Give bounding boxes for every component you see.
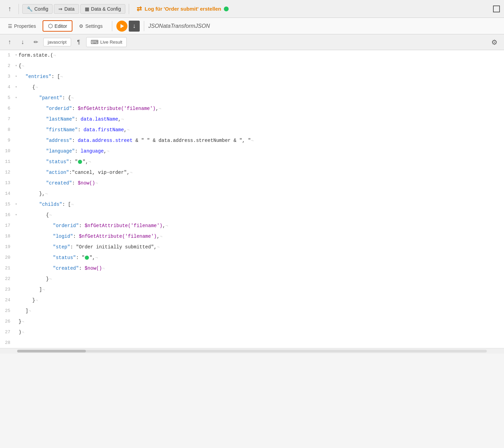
code-line-12: 12"action":"cancel, vip-order",¬ <box>0 167 504 178</box>
line-content-15: "childs": [¬ <box>19 199 504 210</box>
horizontal-scrollbar[interactable] <box>0 348 504 354</box>
code-line-20: 20"status": "",¬ <box>0 253 504 263</box>
code-line-21: 21"created": $now()¬ <box>0 263 504 274</box>
download-arrow-button[interactable]: ↓ <box>129 21 140 32</box>
code-line-13: 13"created": $now()¬ <box>0 178 504 189</box>
line-number-14: 14 <box>0 189 14 199</box>
code-line-14: 14},¬ <box>0 189 504 199</box>
data-config-button[interactable]: ▦ Data & Config <box>80 4 125 14</box>
line-number-15: 15 <box>0 199 14 210</box>
code-line-2: 2▾{¬ <box>0 61 504 71</box>
code-line-3: 3▾"entries": [¬ <box>0 71 504 82</box>
code-line-26: 26}¬ <box>0 316 504 327</box>
code-line-25: 25]¬ <box>0 306 504 316</box>
line-content-5: "parent": {¬ <box>19 93 504 103</box>
code-line-23: 23]¬ <box>0 284 504 295</box>
live-result-label: Live Result <box>100 40 122 45</box>
line-content-24: }¬ <box>19 295 504 306</box>
data-config-label: Data & Config <box>91 6 121 12</box>
data-button[interactable]: ⇒ Data <box>54 4 79 14</box>
line-number-4: 4 <box>0 82 14 92</box>
line-content-4: {¬ <box>19 82 504 93</box>
fold-arrow-15[interactable]: ▾ <box>14 199 19 210</box>
gear-settings-button[interactable]: ⚙ <box>489 37 500 48</box>
line-number-25: 25 <box>0 306 14 316</box>
line-content-23: ]¬ <box>19 284 504 295</box>
properties-button[interactable]: ☰ Properties <box>3 21 41 31</box>
down-arrow-icon: ↓ <box>133 22 136 30</box>
code-line-1: 1▾form.state.(¬ <box>0 50 504 61</box>
properties-label: Properties <box>14 23 36 29</box>
line-number-2: 2 <box>0 61 14 71</box>
live-result-button[interactable]: Live Result <box>86 37 127 47</box>
line-content-12: "action":"cancel, vip-order",¬ <box>19 167 504 178</box>
line-content-8: "firstName": data.firstName,¬ <box>19 125 504 135</box>
settings-label: Settings <box>85 23 103 29</box>
grid-icon: ▦ <box>85 6 89 12</box>
divider-1 <box>19 4 19 14</box>
cube-icon: ⬡ <box>48 23 53 29</box>
code-line-22: 22}¬ <box>0 274 504 284</box>
divider-3 <box>112 21 112 31</box>
erase-button[interactable] <box>30 37 41 48</box>
pilcrow-button[interactable] <box>73 37 84 48</box>
line-content-20: "status": "",¬ <box>19 253 504 263</box>
code-line-17: 17"orderid": $nfGetAttribute('filename')… <box>0 221 504 231</box>
settings-button[interactable]: ⚙ Settings <box>74 21 108 31</box>
fold-arrow-16[interactable]: ▾ <box>14 210 19 220</box>
code-line-18: 18"logid": $nfGetAttribute('filename'),¬ <box>0 231 504 242</box>
editor-button[interactable]: ⬡ Editor <box>43 20 73 32</box>
line-number-24: 24 <box>0 295 14 305</box>
line-content-2: {¬ <box>19 61 504 71</box>
eraser-icon <box>34 38 38 46</box>
line-number-10: 10 <box>0 146 14 156</box>
language-button[interactable]: javascript <box>43 38 71 46</box>
code-line-11: 11"status": "",¬ <box>0 157 504 167</box>
language-label: javascript <box>48 40 67 45</box>
scrollbar-track <box>17 350 487 352</box>
code-editor[interactable]: 1▾form.state.(¬2▾{¬3▾"entries": [¬4▾{¬5▾… <box>0 50 504 348</box>
line-content-25: ]¬ <box>19 306 504 316</box>
data-label: Data <box>64 6 75 12</box>
fold-arrow-2[interactable]: ▾ <box>14 61 19 71</box>
line-content-10: "language": language,¬ <box>19 146 504 157</box>
code-line-7: 7"lastName": data.lastName,¬ <box>0 114 504 125</box>
gear-icon: ⚙ <box>491 38 497 46</box>
line-content-22: }¬ <box>19 274 504 284</box>
fold-arrow-5[interactable]: ▾ <box>14 93 19 103</box>
line-number-1: 1 <box>0 50 14 60</box>
code-line-27: 27)¬ <box>0 327 504 338</box>
keyboard-icon <box>91 39 99 45</box>
line-number-5: 5 <box>0 93 14 103</box>
maximize-icon[interactable] <box>493 5 500 12</box>
line-number-8: 8 <box>0 125 14 135</box>
download-code-button[interactable] <box>17 37 28 48</box>
title-text: Log für 'Order submit' erstellen <box>145 6 221 12</box>
pilcrow-icon <box>77 38 80 46</box>
fold-arrow-4[interactable]: ▾ <box>14 82 19 92</box>
fold-arrow-1[interactable]: ▾ <box>14 50 19 60</box>
upload-code-button[interactable] <box>4 37 15 48</box>
line-content-11: "status": "",¬ <box>19 157 504 167</box>
list-icon: ☰ <box>8 23 12 29</box>
divider-2 <box>129 4 129 14</box>
fold-arrow-3[interactable]: ▾ <box>14 71 19 82</box>
line-number-13: 13 <box>0 178 14 188</box>
line-number-7: 7 <box>0 114 14 124</box>
upload-icon <box>8 38 11 46</box>
run-button[interactable] <box>116 21 127 32</box>
line-number-23: 23 <box>0 284 14 295</box>
config-button[interactable]: 🔧 Config <box>22 4 53 14</box>
line-content-26: }¬ <box>19 316 504 327</box>
transform-icon: ⇄ <box>137 5 142 13</box>
line-number-22: 22 <box>0 274 14 284</box>
line-content-17: "orderid": $nfGetAttribute('filename'),¬ <box>19 221 504 231</box>
code-line-8: 8"firstName": data.firstName,¬ <box>0 125 504 135</box>
line-number-12: 12 <box>0 167 14 178</box>
line-content-14: },¬ <box>19 189 504 199</box>
scrollbar-thumb[interactable] <box>17 350 86 352</box>
upload-button[interactable]: ↑ <box>4 3 15 14</box>
line-content-27: )¬ <box>19 327 504 338</box>
code-line-6: 6"orderid": $nfGetAttribute('filename'),… <box>0 103 504 114</box>
line-number-21: 21 <box>0 263 14 273</box>
